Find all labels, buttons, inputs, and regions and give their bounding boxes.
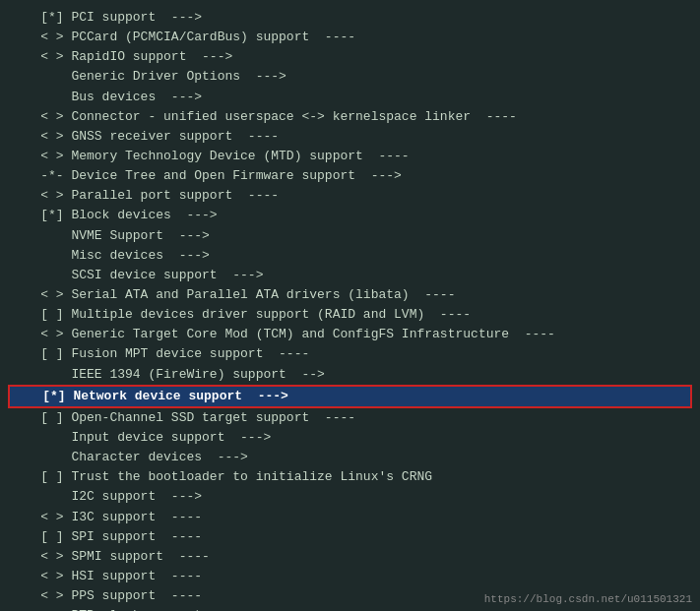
terminal-line: Character devices ---> xyxy=(10,448,690,467)
terminal-line: [ ] Trust the bootloader to initialize L… xyxy=(10,467,690,487)
terminal-window: [*] PCI support ---> < > PCCard (PCMCIA/… xyxy=(0,0,700,611)
terminal-line: [*] PCI support ---> xyxy=(10,8,690,28)
terminal-line: Generic Driver Options ---> xyxy=(10,67,690,87)
watermark: https://blog.csdn.net/u011501321 xyxy=(484,593,692,605)
terminal-line: < > Generic Target Core Mod (TCM) and Co… xyxy=(10,325,690,344)
terminal-line: < > HSI support ---- xyxy=(10,567,690,586)
terminal-line: [ ] Fusion MPT device support ---- xyxy=(10,344,690,364)
terminal-line: [*] Block devices ---> xyxy=(10,206,690,225)
terminal-line: < > Parallel port support ---- xyxy=(10,186,690,206)
terminal-line: < > PCCard (PCMCIA/CardBus) support ---- xyxy=(10,28,690,47)
terminal-line: < > GNSS receiver support ---- xyxy=(10,127,690,147)
terminal-line: SCSI device support ---> xyxy=(10,266,690,285)
terminal-line: IEEE 1394 (FireWire) support --> xyxy=(10,365,690,385)
terminal-line: < > RapidIO support ---> xyxy=(10,47,690,67)
terminal-line: Bus devices ---> xyxy=(10,88,690,107)
terminal-line: < > Connector - unified userspace <-> ke… xyxy=(10,107,690,127)
terminal-line: NVME Support ---> xyxy=(10,226,690,246)
terminal-line: [ ] SPI support ---- xyxy=(10,527,690,547)
terminal-line: Input device support ---> xyxy=(10,428,690,448)
terminal-line: PTP clock support ---> xyxy=(10,606,690,611)
terminal-line: < > SPMI support ---- xyxy=(10,547,690,567)
terminal-line: < > I3C support ---- xyxy=(10,508,690,527)
terminal-line: I2C support ---> xyxy=(10,487,690,507)
terminal-line: < > Memory Technology Device (MTD) suppo… xyxy=(10,147,690,166)
terminal-line: [*] Network device support ---> xyxy=(8,385,692,408)
terminal-line: [ ] Open-Channel SSD target support ---- xyxy=(10,408,690,428)
terminal-line: -*- Device Tree and Open Firmware suppor… xyxy=(10,166,690,186)
terminal-content: [*] PCI support ---> < > PCCard (PCMCIA/… xyxy=(10,8,690,611)
terminal-line: [ ] Multiple devices driver support (RAI… xyxy=(10,305,690,325)
terminal-line: < > Serial ATA and Parallel ATA drivers … xyxy=(10,285,690,305)
terminal-line: Misc devices ---> xyxy=(10,246,690,266)
